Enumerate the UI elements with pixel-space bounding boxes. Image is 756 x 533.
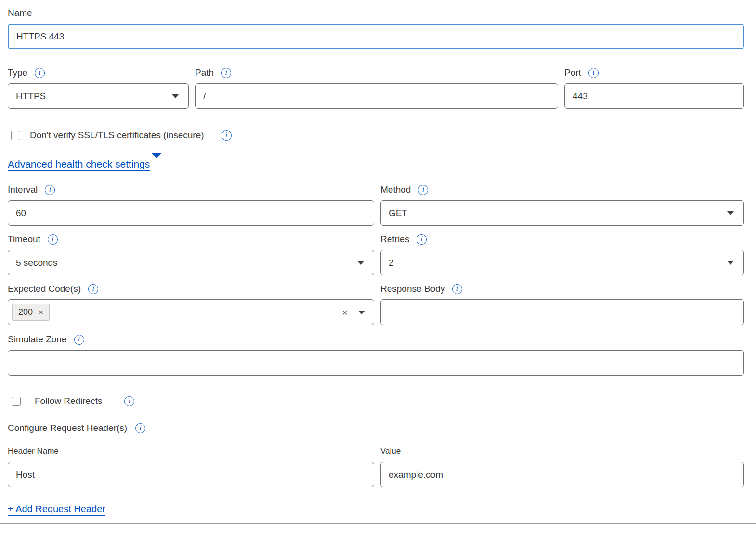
response-body-input[interactable] [380,299,744,325]
add-request-header-link[interactable]: + Add Request Header [8,504,105,515]
request-header-row: Header Name Value [8,446,744,487]
info-icon[interactable]: i [45,185,55,195]
info-icon[interactable]: i [135,423,145,433]
follow-redirects-label[interactable]: Follow Redirects [35,396,102,406]
type-select-value: HTTPS [16,91,46,102]
timeout-field: Timeout i 5 seconds [8,234,374,275]
header-value-input[interactable] [380,462,744,487]
timeout-select-value: 5 seconds [16,258,58,268]
code-tag: 200 × [12,304,50,321]
info-icon[interactable]: i [417,234,427,245]
header-name-column-label: Header Name [8,446,374,456]
path-input[interactable] [195,83,558,109]
info-icon[interactable]: i [452,284,462,294]
info-icon[interactable]: i [588,68,599,78]
clear-all-icon[interactable]: × [342,308,348,317]
retries-select-value: 2 [389,258,394,268]
info-icon[interactable]: i [124,396,134,406]
name-input[interactable] [8,24,744,49]
advanced-settings-link[interactable]: Advanced health check settings [8,158,150,170]
method-select[interactable]: GET [380,200,744,226]
simulate-zone-input[interactable] [8,350,744,376]
port-input[interactable] [564,83,744,109]
header-value-field: Value [380,446,744,487]
header-value-column-label: Value [380,446,744,456]
code-tag-value: 200 [18,307,33,317]
info-icon[interactable]: i [418,185,428,195]
info-icon[interactable]: i [74,335,84,345]
simulate-zone-field: Simulate Zone i [8,334,744,376]
response-body-field: Response Body i [380,284,744,325]
chevron-down-icon [172,94,179,98]
header-name-field: Header Name [8,446,374,487]
type-field: Type i HTTPS [8,67,189,109]
chevron-down-icon [358,311,365,314]
interval-field: Interval i [8,184,374,226]
header-name-input[interactable] [8,462,374,487]
path-field: Path i [195,67,558,109]
ssl-verify-label[interactable]: Don't verify SSL/TLS certificates (insec… [30,130,204,141]
expected-codes-field: Expected Code(s) i 200 × × [8,284,374,325]
info-icon[interactable]: i [88,284,98,294]
request-headers-section-label: Configure Request Header(s) [8,423,127,433]
interval-label: Interval [8,184,38,195]
info-icon[interactable]: i [48,234,58,245]
type-select[interactable]: HTTPS [8,83,189,109]
response-body-label: Response Body [380,284,445,294]
chevron-down-icon [727,211,734,215]
expected-codes-multiselect[interactable]: 200 × × [8,299,374,325]
simulate-zone-label: Simulate Zone [8,334,67,345]
name-label: Name [8,8,32,18]
retries-label: Retries [380,234,409,245]
timeout-label: Timeout [8,234,40,245]
chevron-down-icon [357,261,364,265]
info-icon[interactable]: i [222,130,232,141]
chevron-down-icon [727,261,734,265]
ssl-verify-checkbox[interactable] [11,131,20,140]
retries-field: Retries i 2 [380,234,744,275]
port-field: Port i [564,67,744,109]
follow-redirects-checkbox[interactable] [12,397,21,406]
interval-input[interactable] [8,200,374,226]
method-field: Method i GET [380,184,744,226]
path-label: Path [195,67,214,78]
timeout-select[interactable]: 5 seconds [8,250,374,275]
remove-tag-icon[interactable]: × [39,308,43,316]
advanced-settings-toggle[interactable]: Advanced health check settings [8,158,744,170]
method-select-value: GET [389,208,407,219]
triangle-down-icon [151,153,162,169]
method-label: Method [380,184,411,195]
type-label: Type [8,67,27,78]
retries-select[interactable]: 2 [380,250,744,275]
health-check-form: Name Type i HTTPS Path i Port i [0,0,744,515]
info-icon[interactable]: i [35,68,45,78]
bottom-divider [0,523,756,524]
port-label: Port [564,67,581,78]
info-icon[interactable]: i [221,68,231,78]
expected-codes-label: Expected Code(s) [8,284,81,294]
